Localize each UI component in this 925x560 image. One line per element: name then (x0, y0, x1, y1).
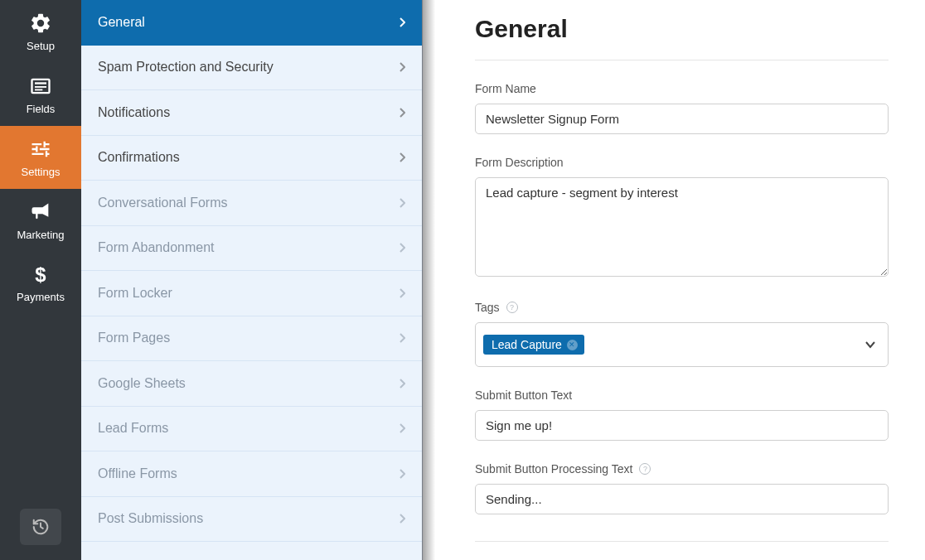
nav-item-setup[interactable]: Setup (0, 0, 81, 63)
sub-item-confirmations[interactable]: Confirmations (81, 136, 422, 181)
tag-remove-icon[interactable]: ✕ (567, 340, 578, 350)
nav-item-settings[interactable]: Settings (0, 126, 81, 189)
sub-item-notifications[interactable]: Notifications (81, 90, 422, 136)
dollar-icon: $ (30, 264, 51, 286)
sub-item-label: Form Locker (98, 286, 172, 301)
main-content: General Form Name Form Description Tags … (438, 0, 925, 560)
svg-text:$: $ (35, 264, 46, 286)
nav-spacer (0, 315, 81, 497)
nav-item-label: Marketing (17, 229, 64, 241)
input-submit-processing[interactable] (475, 484, 889, 514)
nav-item-marketing[interactable]: Marketing (0, 189, 81, 252)
field-form-description: Form Description (475, 156, 889, 279)
label-form-name: Form Name (475, 82, 889, 95)
tag-chip: Lead Capture ✕ (483, 335, 584, 355)
chevron-right-icon (399, 514, 405, 524)
field-submit-text: Submit Button Text (475, 389, 889, 441)
sub-item-label: Offline Forms (98, 466, 177, 481)
sub-item-conversational[interactable]: Conversational Forms (81, 181, 422, 226)
sub-item-label: Spam Protection and Security (98, 60, 274, 75)
nav-item-label: Fields (27, 103, 56, 115)
section-divider (475, 541, 889, 542)
nav-item-payments[interactable]: $ Payments (0, 252, 81, 315)
panel-divider (422, 0, 438, 560)
help-icon[interactable]: ? (639, 463, 651, 475)
sub-item-label: Post Submissions (98, 511, 203, 526)
sub-item-googlesheets[interactable]: Google Sheets (81, 361, 422, 407)
settings-sub-panel: General Spam Protection and Security Not… (81, 0, 422, 560)
sub-item-postsubmissions[interactable]: Post Submissions (81, 497, 422, 543)
sub-item-spam[interactable]: Spam Protection and Security (81, 46, 422, 91)
label-submit-text: Submit Button Text (475, 389, 889, 402)
sub-item-locker[interactable]: Form Locker (81, 271, 422, 316)
nav-item-fields[interactable]: Fields (0, 63, 81, 126)
nav-rail-footer (0, 497, 81, 560)
sub-item-label: General (98, 15, 145, 30)
sub-item-label: Form Pages (98, 331, 170, 345)
sub-item-label: Conversational Forms (98, 196, 228, 210)
label-form-description: Form Description (475, 156, 889, 169)
sub-item-pages[interactable]: Form Pages (81, 316, 422, 362)
input-submit-text[interactable] (475, 410, 889, 441)
sub-item-offline[interactable]: Offline Forms (81, 451, 422, 497)
nav-rail: Setup Fields Settings Marketing $ Paymen… (0, 0, 81, 560)
sub-item-label: Confirmations (98, 150, 180, 165)
label-submit-processing: Submit Button Processing Text ? (475, 462, 889, 476)
chevron-right-icon (399, 108, 405, 118)
app-root: Setup Fields Settings Marketing $ Paymen… (0, 0, 925, 560)
input-form-description[interactable] (475, 177, 889, 277)
tag-chip-label: Lead Capture (492, 338, 562, 351)
chevron-right-icon (399, 288, 405, 298)
chevron-right-icon (399, 333, 405, 343)
label-tags: Tags ? (475, 301, 889, 314)
chevron-right-icon (399, 469, 405, 479)
tags-select[interactable]: Lead Capture ✕ (475, 322, 889, 367)
history-icon (31, 518, 50, 536)
svg-rect-2 (35, 86, 46, 88)
chevron-right-icon (399, 152, 405, 162)
svg-rect-1 (35, 82, 46, 84)
history-button[interactable] (20, 509, 61, 545)
sub-item-leadforms[interactable]: Lead Forms (81, 407, 422, 452)
page-title: General (475, 3, 889, 60)
sub-item-label: Notifications (98, 105, 170, 120)
field-submit-processing: Submit Button Processing Text ? (475, 462, 889, 514)
chevron-right-icon (399, 17, 405, 27)
sub-item-general[interactable]: General (81, 0, 422, 46)
field-form-name: Form Name (475, 82, 889, 134)
sub-item-label: Form Abandonment (98, 240, 215, 255)
bullhorn-icon (29, 200, 52, 224)
chevron-right-icon (399, 379, 405, 389)
chevron-right-icon (399, 62, 405, 72)
sub-item-label: Google Sheets (98, 376, 186, 391)
chevron-down-icon (864, 340, 876, 349)
nav-item-label: Settings (22, 166, 61, 178)
sub-item-abandonment[interactable]: Form Abandonment (81, 226, 422, 272)
input-form-name[interactable] (475, 104, 889, 134)
field-tags: Tags ? Lead Capture ✕ (475, 301, 889, 367)
chevron-right-icon (399, 243, 405, 253)
sub-item-label: Lead Forms (98, 421, 168, 436)
chevron-right-icon (399, 198, 405, 208)
form-icon (29, 75, 52, 98)
nav-item-label: Setup (27, 40, 55, 52)
chevron-right-icon (399, 423, 405, 433)
sliders-icon (29, 138, 52, 161)
help-icon[interactable]: ? (506, 302, 518, 313)
svg-rect-3 (35, 89, 42, 90)
nav-item-label: Payments (17, 291, 65, 303)
gear-icon (29, 12, 52, 35)
